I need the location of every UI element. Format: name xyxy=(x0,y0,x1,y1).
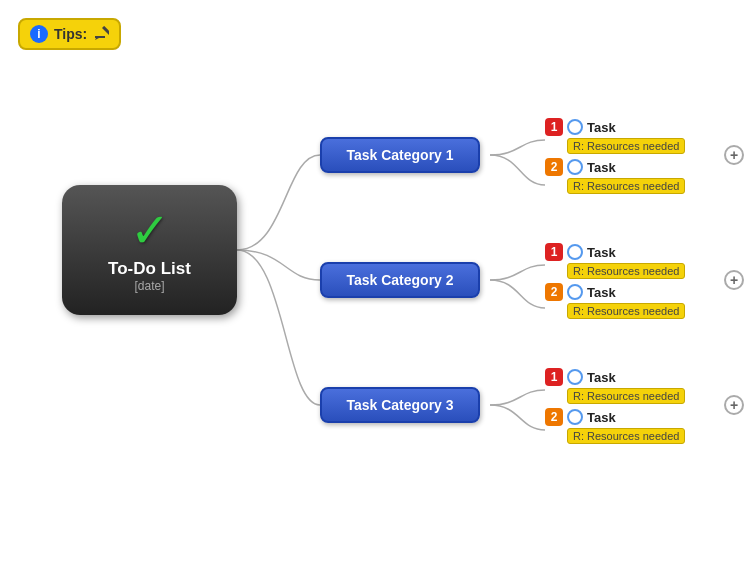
plus-button-2[interactable]: + xyxy=(724,270,744,290)
task-resources-1: R: Resources needed xyxy=(567,138,685,154)
task-item: 1 Task R: Resources needed xyxy=(545,243,685,279)
task-checkbox-3[interactable] xyxy=(567,244,583,260)
tips-label: Tips: xyxy=(54,26,87,42)
task-badge-4: 2 xyxy=(545,283,563,301)
category-node-3[interactable]: Task Category 3 xyxy=(320,387,480,423)
task-badge-6: 2 xyxy=(545,408,563,426)
task-label-5: Task xyxy=(587,370,616,385)
task-item: 2 Task R: Resources needed xyxy=(545,408,685,444)
task-group-1: 1 Task R: Resources needed 2 Task R: Res… xyxy=(545,118,685,194)
central-title: To-Do List xyxy=(108,259,191,279)
info-icon: i xyxy=(30,25,48,43)
task-item: 2 Task R: Resources needed xyxy=(545,158,685,194)
task-group-2: 1 Task R: Resources needed 2 Task R: Res… xyxy=(545,243,685,319)
plus-button-3[interactable]: + xyxy=(724,395,744,415)
plus-button-1[interactable]: + xyxy=(724,145,744,165)
central-node: ✓ To-Do List [date] xyxy=(62,185,237,315)
task-item: 1 Task R: Resources needed xyxy=(545,118,685,154)
task-resources-4: R: Resources needed xyxy=(567,303,685,319)
task-checkbox-2[interactable] xyxy=(567,159,583,175)
task-item: 1 Task R: Resources needed xyxy=(545,368,685,404)
tips-box: i Tips: xyxy=(18,18,121,50)
task-checkbox-4[interactable] xyxy=(567,284,583,300)
svg-rect-1 xyxy=(102,26,109,35)
task-label-1: Task xyxy=(587,120,616,135)
task-label-4: Task xyxy=(587,285,616,300)
task-badge-2: 2 xyxy=(545,158,563,176)
task-checkbox-5[interactable] xyxy=(567,369,583,385)
task-item: 2 Task R: Resources needed xyxy=(545,283,685,319)
category-node-1[interactable]: Task Category 1 xyxy=(320,137,480,173)
task-resources-2: R: Resources needed xyxy=(567,178,685,194)
central-subtitle: [date] xyxy=(134,279,164,293)
task-checkbox-6[interactable] xyxy=(567,409,583,425)
task-checkbox-1[interactable] xyxy=(567,119,583,135)
task-badge-1: 1 xyxy=(545,118,563,136)
task-label-2: Task xyxy=(587,160,616,175)
task-group-3: 1 Task R: Resources needed 2 Task R: Res… xyxy=(545,368,685,444)
category-node-2[interactable]: Task Category 2 xyxy=(320,262,480,298)
task-resources-6: R: Resources needed xyxy=(567,428,685,444)
edit-icon[interactable] xyxy=(93,26,109,42)
task-label-3: Task xyxy=(587,245,616,260)
task-resources-5: R: Resources needed xyxy=(567,388,685,404)
checkmark-icon: ✓ xyxy=(130,207,170,255)
task-badge-3: 1 xyxy=(545,243,563,261)
task-resources-3: R: Resources needed xyxy=(567,263,685,279)
task-label-6: Task xyxy=(587,410,616,425)
task-badge-5: 1 xyxy=(545,368,563,386)
